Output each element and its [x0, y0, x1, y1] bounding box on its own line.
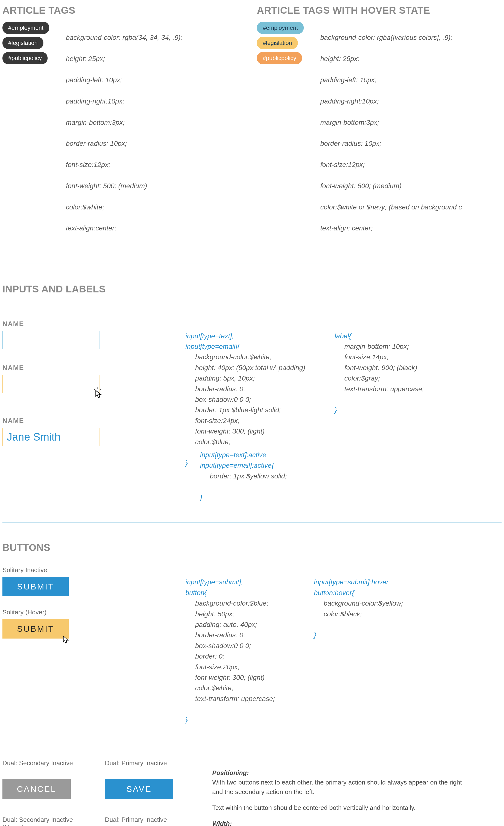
tag-item[interactable]: #legislation — [2, 37, 44, 49]
tags-section: Article Tags #employment #legislation #p… — [2, 5, 502, 244]
input-label: Name — [2, 320, 112, 328]
tag-item[interactable]: #employment — [2, 22, 49, 34]
text-input[interactable] — [2, 331, 100, 349]
state-label: Solitary Inactive — [2, 566, 100, 574]
submit-button[interactable]: Submit — [2, 577, 69, 596]
save-button[interactable]: Save — [105, 779, 173, 799]
state-label: Dual: Primary Inactive — [105, 816, 198, 826]
tag-item[interactable]: #employment — [257, 22, 304, 34]
state-label: Dual: Primary Inactive — [105, 759, 198, 776]
section-heading: Article Tags — [2, 5, 247, 16]
dual-buttons-section: Dual: Secondary Inactive Cancel Dual: Pr… — [2, 759, 502, 826]
tag-list: #employment #legislation #publicpolicy — [2, 22, 56, 66]
css-spec: input[type=submit]:hover, button:hover{ … — [314, 566, 403, 725]
css-spec: background-color: rgba([various colors],… — [320, 22, 462, 244]
button-guidelines: Positioning: With two buttons next to ea… — [212, 759, 471, 826]
input-label: Name — [2, 364, 112, 372]
section-heading: Article Tags with Hover State — [257, 5, 502, 16]
text-input-filled[interactable]: Jane Smith — [2, 428, 100, 446]
svg-line-0 — [94, 389, 95, 390]
section-heading: Buttons — [2, 542, 502, 553]
css-spec: input[type=submit], button{ background-c… — [185, 566, 275, 725]
text-input-hover[interactable] — [2, 375, 100, 393]
cursor-icon — [60, 633, 71, 644]
divider — [2, 522, 502, 523]
css-spec: input[type=text]:active, input[type=emai… — [200, 439, 502, 503]
buttons-top-row: Solitary Inactive Submit Solitary (Hover… — [2, 566, 502, 725]
tag-list-hover: #employment #legislation #publicpolicy — [257, 22, 311, 66]
css-spec: background-color: rgba(34, 34, 34, .9); … — [66, 22, 183, 244]
state-label: Dual: Secondary Inactive — [2, 759, 95, 776]
svg-line-2 — [100, 389, 101, 390]
input-label: Name — [2, 417, 112, 425]
tag-item[interactable]: #publicpolicy — [257, 52, 302, 64]
tag-item[interactable]: #publicpolicy — [2, 52, 48, 64]
cursor-click-icon — [92, 387, 105, 399]
state-label: Dual: Secondary Inactive (Hover) — [2, 816, 95, 826]
submit-button-hover[interactable]: Submit — [2, 619, 69, 639]
divider — [2, 263, 502, 264]
tag-item[interactable]: #legislation — [257, 37, 298, 49]
cancel-button[interactable]: Cancel — [2, 779, 71, 799]
section-heading: Inputs and Labels — [2, 284, 502, 295]
state-label: Solitary (Hover) — [2, 608, 100, 616]
